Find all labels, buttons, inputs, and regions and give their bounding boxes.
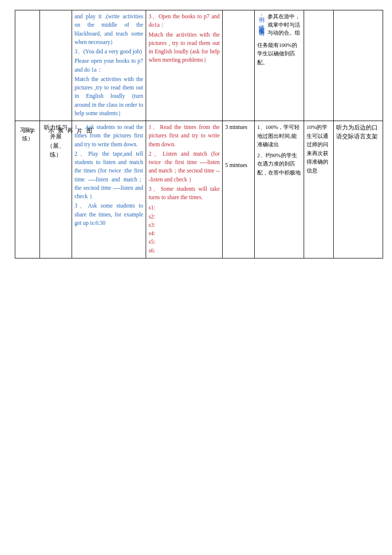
time-5min: 5 mintues (225, 161, 252, 170)
student-step2: 2、Listen and match (for twice :the first… (149, 150, 220, 184)
outcome-part2: 2、约90%的学生在遇力准的到匹配，在答中积极地 (257, 151, 301, 177)
cell-top-col6: 例，供学生模仿学习 参其在游中，戏掌中时与活与动的合。组 任务能有100%的学生… (255, 10, 304, 121)
teacher-step3: 3、Ask some students to share the times, … (75, 202, 143, 227)
cell-main-col5: 3 mintues 5 mintues (223, 121, 255, 258)
col6-chinese2: 参其在游中，戏掌中时与活与动的合。组 (268, 12, 301, 37)
activity-type: 听力练习并展（展、练） (42, 123, 69, 160)
cell-top-col8 (334, 10, 383, 121)
outcome-part1: 1、100%，学可轻地过图出时间,能准确读出 (257, 123, 301, 149)
para-and-play: and play it .(write activities on the mi… (75, 12, 143, 46)
teacher-support: 10%的学生可以通过师的问来再次获得准确的信息 (307, 123, 331, 175)
table-row-top: and play it .(write activities on the mi… (15, 10, 383, 121)
page: and play it .(write activities on the mi… (0, 0, 392, 555)
cell-main-col3: 1、Ask students to read the times from th… (72, 121, 146, 258)
cell-top-col1 (15, 10, 40, 121)
top-col6-content: 例，供学生模仿学习 参其在游中，戏掌中时与活与动的合。组 (257, 12, 301, 37)
cell-main-col1: 图片再展示学习 （展、练） (15, 121, 40, 258)
para-match-activities: Match the activities with the pictures ,… (75, 75, 143, 118)
cell-main-col6: 1、100%，学可轻地过图出时间,能准确读出 2、约90%的学生在遇力准的到匹配… (255, 121, 304, 258)
cell-top-col3: and play it .(write activities on the mi… (72, 10, 146, 121)
outcomes: 1、100%，学可轻地过图出时间,能准确读出 2、约90%的学生在遇力准的到匹配… (257, 123, 301, 177)
para-open-books: Please open your books to p7 and do 1a： (75, 57, 143, 74)
cell-main-col7: 10%的学生可以通过师的问来再次获得准确的信息 (304, 121, 334, 258)
top-col4-text: 3、Open the books to p7 and do1a： Match t… (149, 12, 220, 65)
cell-top-col7 (304, 10, 334, 121)
top-col6-task: 任务能有100%的学生以确做到匹配。 (257, 41, 301, 67)
cell-top-col4: 3、Open the books to p7 and do1a： Match t… (146, 10, 223, 121)
teacher-instructions: 1、Ask students to read the times from th… (75, 123, 143, 227)
time-3min: 3 mintues (225, 123, 252, 131)
cell-top-col2 (40, 10, 72, 121)
student-step3: 3、Some students will take turns to share… (149, 185, 220, 202)
cell-main-col2: 听力练习并展（展、练） (40, 121, 72, 258)
scaffold-text: 听力为后边的口语交际语言支架 (336, 123, 380, 141)
col6-chinese1: 例，供学生模仿学习 (257, 12, 266, 37)
time-slots: 3 mintues 5 mintues (225, 123, 252, 170)
student-activities: 1、Read the times from the pictures first… (149, 123, 220, 255)
para-you-did: 3、(You did a very good job) (75, 47, 143, 56)
para-match-red: Match the activities with the pictures ,… (149, 31, 220, 65)
section-subtitle: （展、练） (18, 126, 37, 142)
table-row-main: 图片再展示学习 （展、练） 听力练习并展（展、练） 1、Ask students… (15, 121, 383, 258)
teacher-step2: 2、Play the tape,and tell students to lis… (75, 150, 143, 201)
para-open-books-red: 3、Open the books to p7 and do1a： (149, 12, 220, 30)
cell-top-col5 (223, 10, 255, 121)
cell-main-col8: 听力为后边的口语交际语言支架 (334, 121, 383, 258)
teacher-step1: 1、Ask students to read the times from th… (75, 123, 143, 149)
cell-main-col4: 1、Read the times from the pictures first… (146, 121, 223, 258)
language-scaffold: 听力为后边的口语交际语言支架 (336, 123, 380, 141)
main-table: and play it .(write activities on the mi… (15, 10, 383, 258)
student-list: s1:s2:s3:s4:s5:s6: (149, 204, 220, 255)
student-step1: 1、Read the times from the pictures first… (149, 123, 220, 149)
top-col3-text: and play it .(write activities on the mi… (75, 12, 143, 118)
support-text: 10%的学生可以通过师的问来再次获得准确的信息 (307, 123, 331, 175)
